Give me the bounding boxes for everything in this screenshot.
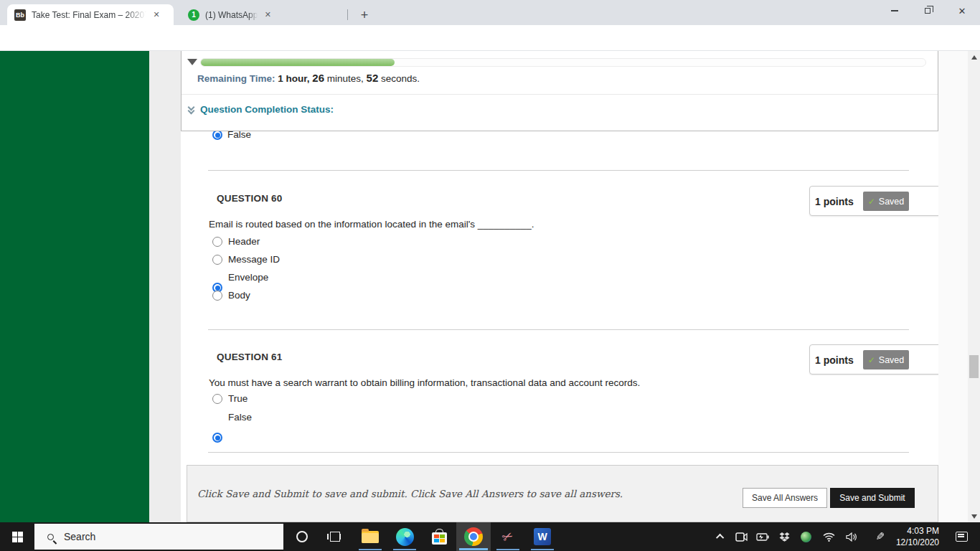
wifi-icon[interactable] <box>819 522 839 551</box>
minimize-button[interactable] <box>878 0 911 22</box>
cortana-icon <box>296 531 308 542</box>
points-value: 1 points <box>815 196 854 207</box>
triangle-down-icon <box>971 514 977 519</box>
question-61-text: You must have a search warrant to obtain… <box>209 377 640 388</box>
scrollbar-thumb[interactable] <box>969 355 979 378</box>
save-submit-footer: Click Save and Submit to save and submit… <box>187 465 938 522</box>
time-progress-bar <box>200 58 926 67</box>
check-icon: ✓ <box>868 197 875 207</box>
tab-whatsapp[interactable]: 1 (1) WhatsApp ✕ <box>181 4 344 25</box>
running-indicator <box>359 549 382 550</box>
file-explorer-button[interactable] <box>353 522 387 551</box>
blackboard-favicon: Bb <box>14 9 26 21</box>
radio-header[interactable] <box>212 237 222 247</box>
save-and-submit-button[interactable]: Save and Submit <box>830 488 915 508</box>
tab-close-icon[interactable]: ✕ <box>151 9 162 21</box>
radio-false-clipped[interactable] <box>212 130 222 140</box>
chrome-icon <box>464 527 483 546</box>
microsoft-store-button[interactable] <box>422 522 456 551</box>
windows-taskbar: Search ✂ W <box>0 522 980 551</box>
cortana-button[interactable] <box>286 522 319 551</box>
question-61-heading: QUESTION 61 <box>217 352 282 362</box>
close-button[interactable]: ✕ <box>944 0 980 22</box>
scroll-up-arrow[interactable] <box>968 51 980 63</box>
tab-take-test[interactable]: Bb Take Test: Final Exam – 202070.71 ✕ <box>7 4 174 25</box>
header-divider <box>182 94 938 95</box>
collapse-arrow-icon[interactable] <box>187 59 197 65</box>
question-divider <box>208 170 909 171</box>
time-progress-fill <box>201 59 395 66</box>
running-indicator <box>393 549 416 550</box>
remaining-hours: 1 hour, <box>278 73 309 84</box>
question-60-points-box: 1 points ✓ Saved <box>809 186 938 216</box>
task-view-button[interactable] <box>319 522 352 551</box>
radio-true[interactable] <box>212 394 222 404</box>
saved-label: Saved <box>879 197 904 207</box>
restore-button[interactable] <box>911 0 944 22</box>
content-right-gutter <box>938 51 968 522</box>
running-indicator <box>496 549 519 550</box>
windows-ink-pen-icon[interactable]: ✎ <box>870 522 890 551</box>
word-button[interactable]: W <box>525 522 560 551</box>
save-all-answers-button[interactable]: Save All Answers <box>743 488 827 508</box>
scroll-down-arrow[interactable] <box>968 510 980 522</box>
taskbar-clock[interactable]: 4:03 PM 12/10/2020 <box>892 525 939 548</box>
search-placeholder: Search <box>64 531 95 542</box>
points-value: 1 points <box>815 354 854 366</box>
new-tab-button[interactable]: + <box>356 6 373 24</box>
edge-button[interactable] <box>387 522 422 551</box>
tab-strip: Bb Take Test: Final Exam – 202070.71 ✕ 1… <box>0 0 980 25</box>
remaining-minutes-unit: minutes, <box>324 73 367 84</box>
running-indicator <box>459 548 488 550</box>
start-button[interactable] <box>0 522 34 551</box>
option-label-message-id[interactable]: Message ID <box>228 254 280 265</box>
remaining-seconds-unit: seconds. <box>378 73 420 84</box>
triangle-up-icon <box>971 55 977 60</box>
option-label-false[interactable]: False <box>228 412 252 423</box>
question-60-text: Email is routed based on the information… <box>209 219 534 230</box>
remaining-seconds-value: 52 <box>367 72 379 84</box>
battery-icon[interactable] <box>753 522 773 551</box>
remaining-time-label: Remaining Time: <box>197 73 275 84</box>
option-label-true[interactable]: True <box>228 393 248 404</box>
remaining-time-row: Remaining Time: 1 hour, 26 minutes, 52 s… <box>197 72 420 84</box>
running-indicator <box>531 549 554 550</box>
search-icon <box>47 534 54 540</box>
tray-expand-button[interactable] <box>712 522 730 551</box>
task-view-icon <box>330 532 340 542</box>
footer-instructions: Click Save and Submit to save and submit… <box>197 488 623 499</box>
browser-toolbar: ← → ⟳ mymasonportal.gmu.edu/webapps/asse… <box>0 25 980 51</box>
question-61-points-box: 1 points ✓ Saved <box>809 344 938 375</box>
option-label-envelope[interactable]: Envelope <box>228 272 268 283</box>
dropbox-icon[interactable] <box>774 522 794 551</box>
windows-logo-icon <box>12 532 23 542</box>
radio-false-selected[interactable] <box>212 433 222 443</box>
snipping-tool-button[interactable]: ✂ <box>491 522 525 551</box>
test-status-header: Remaining Time: 1 hour, 26 minutes, 52 s… <box>181 51 938 131</box>
saved-status-badge: ✓ Saved <box>863 192 909 211</box>
question-60-heading: QUESTION 60 <box>217 193 282 204</box>
page-scrollbar[interactable] <box>968 51 980 522</box>
volume-icon[interactable] <box>842 522 862 551</box>
meet-now-icon[interactable] <box>731 522 751 551</box>
option-label-header[interactable]: Header <box>228 236 260 247</box>
globe-app-icon[interactable] <box>796 522 816 551</box>
saved-label: Saved <box>879 355 904 365</box>
radio-message-id[interactable] <box>212 255 222 265</box>
action-center-button[interactable] <box>949 522 974 551</box>
gmu-green-sidebar <box>0 51 149 522</box>
browser-window: Bb Take Test: Final Exam – 202070.71 ✕ 1… <box>0 0 980 551</box>
radio-body[interactable] <box>212 291 222 301</box>
taskbar-search-input[interactable]: Search <box>34 524 283 550</box>
tab-title: Take Test: Final Exam – 202070.71 <box>32 10 146 20</box>
system-tray: ✎ 4:03 PM 12/10/2020 <box>707 522 980 551</box>
question-divider <box>208 452 909 453</box>
completion-status-toggle[interactable]: Question Completion Status: <box>189 104 334 115</box>
chrome-button-active[interactable] <box>456 522 491 551</box>
tab-title: (1) WhatsApp <box>205 10 258 20</box>
option-label-body[interactable]: Body <box>228 290 250 301</box>
restore-icon <box>925 8 930 14</box>
word-icon: W <box>534 528 551 545</box>
question-divider <box>208 329 909 330</box>
tab-close-icon[interactable]: ✕ <box>262 9 273 21</box>
